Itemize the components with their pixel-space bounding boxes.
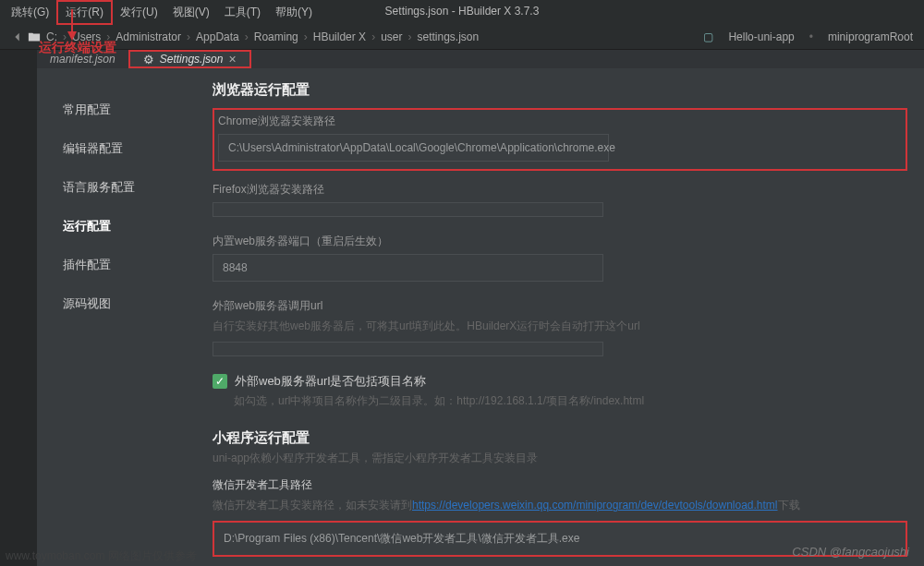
- include-project-desc: 如勾选，url中将项目名称作为二级目录。如：http://192.168.1.1…: [234, 393, 907, 409]
- nav-source[interactable]: 源码视图: [63, 284, 203, 323]
- chrome-path-label: Chrome浏览器安装路径: [218, 114, 902, 129]
- path-seg-7[interactable]: settings.json: [415, 30, 480, 43]
- settings-nav: 常用配置 编辑器配置 语言服务配置 运行配置 插件配置 源码视图: [37, 68, 203, 566]
- menu-goto[interactable]: 跳转(G): [4, 2, 56, 23]
- nav-editor[interactable]: 编辑器配置: [63, 129, 203, 168]
- gear-icon: ⚙: [143, 53, 154, 66]
- settings-content: 浏览器运行配置 Chrome浏览器安装路径 C:\Users\Administr…: [203, 68, 924, 566]
- path-right: ▢ Hello-uni-app • miniprogramRoot: [703, 30, 913, 43]
- ext-url-input[interactable]: [213, 342, 603, 356]
- path-seg-5[interactable]: HBuilder X: [311, 30, 368, 43]
- port-input[interactable]: 8848: [213, 254, 603, 282]
- watermark: CSDN @fangcaojushi: [792, 545, 909, 559]
- path-sep: ›: [304, 30, 308, 43]
- section-miniprogram-title: 小程序运行配置: [213, 429, 907, 447]
- section-browser-title: 浏览器运行配置: [213, 81, 907, 99]
- window-icon[interactable]: ▢: [703, 30, 713, 43]
- path-sep: ›: [407, 30, 411, 43]
- ext-url-desc: 自行安装好其他web服务器后，可将其url填到此处。HBuilderX运行时会自…: [213, 319, 907, 334]
- wx-path-label: 微信开发者工具路径: [213, 477, 907, 493]
- project-name[interactable]: Hello-uni-app: [728, 30, 794, 43]
- menu-tools[interactable]: 工具(T): [217, 2, 268, 23]
- nav-lang[interactable]: 语言服务配置: [63, 168, 203, 207]
- close-icon[interactable]: ×: [228, 52, 236, 66]
- path-seg-3[interactable]: AppData: [194, 30, 241, 43]
- editor-tabs: manifest.json ⚙ Settings.json ×: [37, 50, 924, 68]
- path-seg-4[interactable]: Roaming: [252, 30, 300, 43]
- menu-publish[interactable]: 发行(U): [113, 2, 165, 23]
- wx-download-link[interactable]: https://developers.weixin.qq.com/minipro…: [412, 499, 778, 512]
- port-label: 内置web服务器端口（重启后生效）: [213, 234, 907, 249]
- miniprogram-root[interactable]: miniprogramRoot: [828, 30, 913, 43]
- nav-plugin[interactable]: 插件配置: [63, 246, 203, 284]
- window-title: Settings.json - HBuilder X 3.7.3: [385, 5, 540, 18]
- firefox-path-input[interactable]: [213, 202, 603, 217]
- menu-help[interactable]: 帮助(Y): [268, 2, 320, 23]
- wx-path-desc: 微信开发者工具安装路径，如未安装请到https://developers.wei…: [213, 498, 907, 513]
- chrome-highlight-box: Chrome浏览器安装路径 C:\Users\Administrator\App…: [213, 108, 907, 171]
- activity-bar: [0, 50, 37, 566]
- nav-common[interactable]: 常用配置: [63, 90, 203, 129]
- nav-run[interactable]: 运行配置: [63, 207, 203, 246]
- path-sep: ›: [371, 30, 375, 43]
- ext-url-label: 外部web服务器调用url: [213, 298, 907, 314]
- tab-settings[interactable]: ⚙ Settings.json ×: [128, 50, 251, 68]
- annotation-caption: 运行终端设置: [39, 40, 116, 56]
- back-icon[interactable]: [11, 30, 24, 43]
- menu-view[interactable]: 视图(V): [165, 2, 217, 23]
- section-miniprogram-desc: uni-app依赖小程序开发者工具，需指定小程序开发者工具安装目录: [213, 451, 907, 466]
- tab-label: Settings.json: [160, 53, 224, 66]
- breadcrumb: C: › Users › Administrator › AppData › R…: [0, 24, 924, 50]
- menubar: 跳转(G) 运行(R) 发行(U) 视图(V) 工具(T) 帮助(Y) Sett…: [0, 0, 924, 24]
- path-seg-6[interactable]: user: [379, 30, 404, 43]
- firefox-path-label: Firefox浏览器安装路径: [213, 182, 907, 198]
- include-project-checkbox[interactable]: ✓: [213, 374, 227, 389]
- watermark-left: www.toymoban.com 网络图片仅供参考: [6, 548, 197, 564]
- path-seg-2[interactable]: Administrator: [114, 30, 183, 43]
- path-sep: ›: [245, 30, 249, 43]
- annotation-arrow: [65, 9, 83, 42]
- chrome-path-input[interactable]: C:\Users\Administrator\AppData\Local\Goo…: [218, 134, 609, 162]
- path-sep: ›: [187, 30, 190, 43]
- dot-icon: •: [809, 30, 813, 43]
- include-project-label: 外部web服务器url是否包括项目名称: [235, 373, 426, 390]
